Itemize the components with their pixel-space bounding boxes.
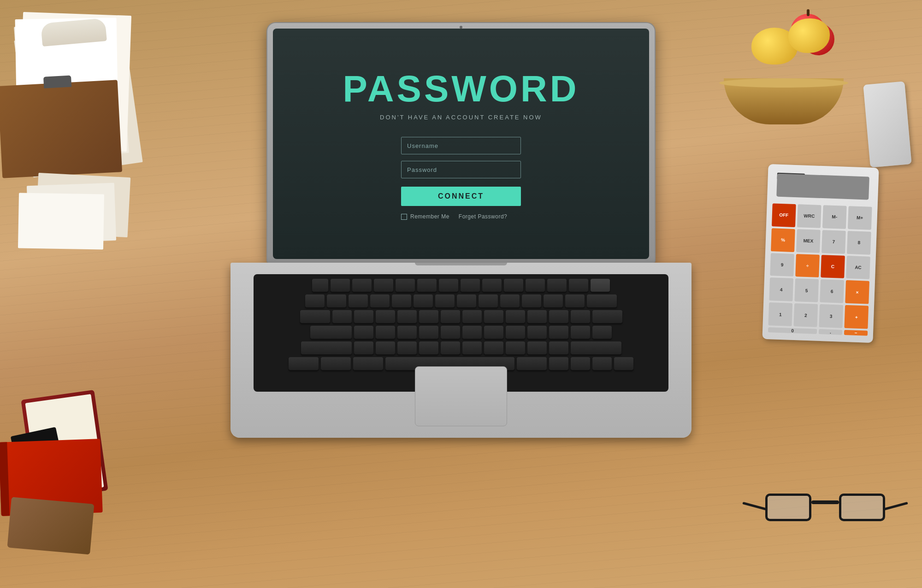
calc-btn-off[interactable]: OFF xyxy=(772,203,796,227)
key-comma[interactable] xyxy=(506,341,525,354)
key-4[interactable] xyxy=(392,294,411,307)
key-delete[interactable] xyxy=(587,294,617,307)
calc-btn-5[interactable]: 5 xyxy=(794,279,819,303)
key-o[interactable] xyxy=(506,310,525,323)
calc-btn-m-minus[interactable]: M- xyxy=(822,205,847,229)
calc-btn-c[interactable]: C xyxy=(821,255,845,279)
key-q[interactable] xyxy=(332,310,352,323)
key-backslash[interactable] xyxy=(592,326,612,339)
remember-me-checkbox[interactable] xyxy=(401,214,407,220)
key-backtick[interactable] xyxy=(305,294,325,307)
key-s[interactable] xyxy=(376,326,395,339)
key-caps[interactable] xyxy=(310,326,352,339)
key-b[interactable] xyxy=(441,341,460,354)
key-i[interactable] xyxy=(484,310,503,323)
key-rbracket[interactable] xyxy=(571,310,590,323)
key-period[interactable] xyxy=(527,341,547,354)
key-f4[interactable] xyxy=(396,279,415,292)
key-f2[interactable] xyxy=(352,279,372,292)
key-f8[interactable] xyxy=(482,279,502,292)
calc-btn-7[interactable]: 7 xyxy=(822,230,846,254)
key-alt-right[interactable] xyxy=(517,357,547,370)
calc-btn-plus[interactable]: + xyxy=(844,305,869,329)
key-ctrl[interactable] xyxy=(321,357,351,370)
key-n[interactable] xyxy=(462,341,482,354)
calc-btn-6[interactable]: 6 xyxy=(820,279,844,303)
calc-btn-2[interactable]: 2 xyxy=(793,303,818,327)
key-j[interactable] xyxy=(484,326,503,339)
key-p[interactable] xyxy=(527,310,547,323)
key-3[interactable] xyxy=(370,294,390,307)
key-5[interactable] xyxy=(414,294,433,307)
calc-btn-percent[interactable]: % xyxy=(771,228,795,252)
calc-btn-0[interactable]: 0 xyxy=(768,327,817,334)
calc-btn-multiply[interactable]: × xyxy=(845,280,869,304)
key-f10[interactable] xyxy=(526,279,545,292)
forgot-password-link[interactable]: Forget Password? xyxy=(459,213,507,220)
key-l[interactable] xyxy=(527,326,547,339)
calc-btn-wrc[interactable]: WRC xyxy=(797,204,822,228)
key-down[interactable] xyxy=(592,357,612,370)
calc-btn-divide[interactable]: ÷ xyxy=(795,254,820,278)
key-8[interactable] xyxy=(479,294,498,307)
key-f3[interactable] xyxy=(374,279,393,292)
calc-btn-9[interactable]: 9 xyxy=(770,253,794,277)
key-d[interactable] xyxy=(397,326,417,339)
calc-btn-mex[interactable]: MEX xyxy=(796,229,821,253)
key-1[interactable] xyxy=(327,294,346,307)
calc-btn-decimal[interactable]: . xyxy=(819,329,842,335)
key-w[interactable] xyxy=(354,310,373,323)
connect-button[interactable]: CONNECT xyxy=(401,187,521,206)
key-m[interactable] xyxy=(484,341,503,354)
calc-btn-ac[interactable]: AC xyxy=(846,256,870,280)
key-right[interactable] xyxy=(614,357,633,370)
calc-btn-3[interactable]: 3 xyxy=(819,304,843,328)
key-f5[interactable] xyxy=(417,279,437,292)
key-z[interactable] xyxy=(354,341,373,354)
key-fn[interactable] xyxy=(289,357,319,370)
key-rshift[interactable] xyxy=(571,341,621,354)
key-tab[interactable] xyxy=(300,310,330,323)
key-return[interactable] xyxy=(592,310,622,323)
username-input[interactable] xyxy=(401,137,521,154)
key-minus[interactable] xyxy=(544,294,563,307)
calc-btn-4[interactable]: 4 xyxy=(769,278,793,302)
key-f7[interactable] xyxy=(461,279,480,292)
key-f11[interactable] xyxy=(547,279,567,292)
key-f9[interactable] xyxy=(504,279,523,292)
key-semicolon[interactable] xyxy=(549,326,568,339)
calc-btn-8[interactable]: 8 xyxy=(847,231,871,255)
key-left[interactable] xyxy=(549,357,568,370)
calc-btn-m-plus[interactable]: M+ xyxy=(848,206,872,230)
key-power[interactable] xyxy=(591,279,610,292)
calc-btn-1[interactable]: 1 xyxy=(768,302,792,326)
key-a[interactable] xyxy=(354,326,373,339)
key-h[interactable] xyxy=(462,326,482,339)
key-2[interactable] xyxy=(349,294,368,307)
key-equals[interactable] xyxy=(565,294,585,307)
key-up[interactable] xyxy=(571,357,590,370)
key-x[interactable] xyxy=(376,341,395,354)
key-v[interactable] xyxy=(419,341,438,354)
key-y[interactable] xyxy=(441,310,460,323)
key-7[interactable] xyxy=(457,294,476,307)
key-esc[interactable] xyxy=(312,279,328,292)
key-k[interactable] xyxy=(506,326,525,339)
touchpad[interactable] xyxy=(415,366,507,426)
key-e[interactable] xyxy=(376,310,395,323)
key-c[interactable] xyxy=(397,341,417,354)
key-f[interactable] xyxy=(419,326,438,339)
key-t[interactable] xyxy=(419,310,438,323)
key-0[interactable] xyxy=(522,294,541,307)
key-g[interactable] xyxy=(441,326,460,339)
key-f12[interactable] xyxy=(569,279,588,292)
key-lbracket[interactable] xyxy=(549,310,568,323)
calc-btn-minus[interactable]: − xyxy=(844,330,868,336)
key-u[interactable] xyxy=(462,310,482,323)
key-quote[interactable] xyxy=(571,326,590,339)
key-r[interactable] xyxy=(397,310,417,323)
key-f1[interactable] xyxy=(331,279,350,292)
key-slash[interactable] xyxy=(549,341,568,354)
key-f6[interactable] xyxy=(439,279,458,292)
key-9[interactable] xyxy=(500,294,520,307)
